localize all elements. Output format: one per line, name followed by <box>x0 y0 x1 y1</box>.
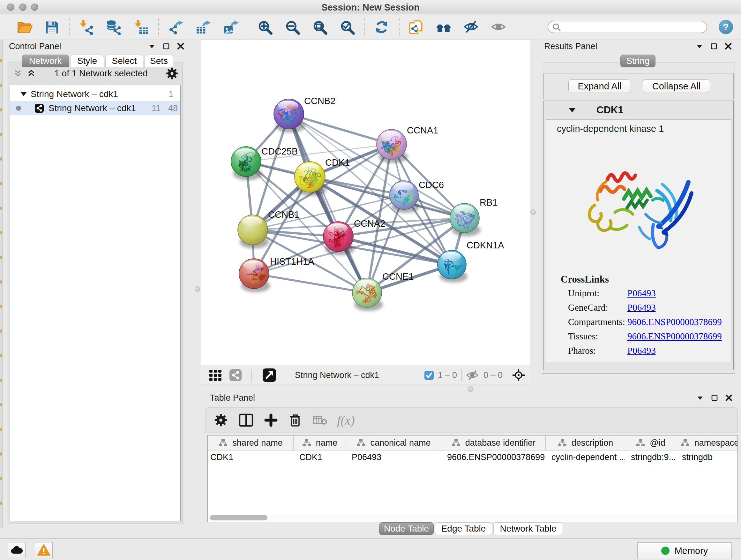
tab-select[interactable]: Select <box>105 55 143 67</box>
network-collection-row[interactable]: String Network – cdk1 1 <box>10 87 180 101</box>
column-header-id[interactable]: @id <box>625 435 676 450</box>
edge-CCNB2-CCNA1[interactable] <box>289 114 392 144</box>
crosslink-link[interactable]: P06493 <box>627 346 656 356</box>
birds-eye-grid-icon[interactable] <box>209 368 222 382</box>
column-header-label: shared name <box>232 438 283 448</box>
network-row[interactable]: String Network – cdk1 11 48 <box>10 101 180 115</box>
column-header-label: database identifier <box>465 438 536 448</box>
tab-node-table[interactable]: Node Table <box>379 522 434 535</box>
panel-menu-icon[interactable] <box>696 44 703 49</box>
zoom-fit-button[interactable] <box>307 17 334 37</box>
zoom-out-button[interactable] <box>279 17 307 37</box>
export-image-button[interactable] <box>217 17 245 37</box>
column-header-name[interactable]: name <box>293 435 346 450</box>
right-splitter-handle[interactable] <box>530 209 536 215</box>
results-tab-string-label: String <box>626 56 650 66</box>
collection-expanded-triangle-icon[interactable] <box>20 91 27 97</box>
import-table-file-button[interactable] <box>128 17 155 37</box>
panel-close-icon[interactable] <box>177 43 185 50</box>
column-header-shared-name[interactable]: shared name <box>208 435 293 450</box>
export-table-button[interactable] <box>190 17 217 37</box>
show-columns-icon[interactable] <box>239 414 253 427</box>
panel-menu-icon[interactable] <box>696 395 704 400</box>
node-CDK1[interactable]: CDK1 <box>294 158 350 196</box>
panel-close-icon[interactable] <box>725 394 733 401</box>
crosslink-link[interactable]: P06493 <box>627 302 656 313</box>
node-CCNA1[interactable]: CCNA1 <box>377 125 438 163</box>
node-CCNE1[interactable]: CCNE1 <box>352 271 414 311</box>
panel-float-icon[interactable] <box>711 43 718 50</box>
node-CDKN1A[interactable]: CDKN1A <box>437 240 504 283</box>
cloud-services-button[interactable] <box>8 542 25 558</box>
share-network-gray-icon[interactable] <box>229 369 242 381</box>
panel-float-icon[interactable] <box>163 43 170 50</box>
selected-checkbox-icon[interactable] <box>424 370 434 380</box>
tab-sets[interactable]: Sets <box>145 55 173 67</box>
open-in-new-window-icon[interactable] <box>262 368 276 382</box>
table-settings-gear-icon[interactable] <box>214 414 227 427</box>
gear-icon[interactable] <box>166 67 178 79</box>
zoom-in-button[interactable] <box>252 17 279 37</box>
import-network-database-button[interactable] <box>100 17 128 37</box>
scrollbar-thumb[interactable] <box>210 515 267 520</box>
node-label-CCNE1: CCNE1 <box>382 271 414 282</box>
gene-section-header[interactable]: CDK1 <box>544 101 733 119</box>
open-folder-button[interactable] <box>11 17 38 37</box>
results-tab-string[interactable]: String <box>620 55 656 67</box>
crosslink-row: GeneCard:P06493 <box>568 302 728 313</box>
bottom-splitter-handle[interactable] <box>468 386 473 392</box>
expand-collapse-bar: Expand All Collapse All <box>543 73 734 99</box>
network-node-count: 11 <box>141 104 160 113</box>
memory-button[interactable]: Memory <box>637 543 732 559</box>
save-button[interactable] <box>38 17 66 37</box>
delete-column-trash-icon[interactable] <box>289 414 301 427</box>
help-button[interactable]: ? <box>719 20 733 34</box>
node-CCNB2[interactable]: CCNB2 <box>274 96 335 132</box>
panel-close-icon[interactable] <box>724 43 732 50</box>
panel-float-icon[interactable] <box>711 394 718 401</box>
tab-network[interactable]: Network <box>22 55 69 67</box>
collapse-all-chevron-icon[interactable] <box>13 69 23 78</box>
hide-panel-eye-button[interactable] <box>458 17 485 37</box>
network-selection-status: 1 of 1 Network selected <box>36 68 166 78</box>
search-input[interactable] <box>561 22 706 32</box>
import-network-file-button[interactable] <box>73 17 100 37</box>
add-column-plus-icon[interactable] <box>264 414 278 427</box>
tab-style[interactable]: Style <box>70 55 104 67</box>
expand-all-button[interactable]: Expand All <box>568 79 631 93</box>
crosslink-link[interactable]: 9606.ENSP00000378699 <box>627 331 722 341</box>
node-RB1[interactable]: RB1 <box>450 197 497 236</box>
crosslink-link[interactable]: P06493 <box>627 288 656 299</box>
show-eye-button[interactable] <box>485 17 513 37</box>
node-CDC25B[interactable]: CDC25B <box>231 146 298 180</box>
panel-menu-icon[interactable] <box>148 44 156 49</box>
layout-refresh-button[interactable] <box>368 17 396 37</box>
gene-name: CDK1 <box>596 105 623 116</box>
column-header-namespace[interactable]: namespace <box>676 435 738 450</box>
column-hierarchy-icon <box>356 439 366 447</box>
table-horizontal-scrollbar[interactable] <box>209 515 736 521</box>
toolbar-separator <box>248 18 248 37</box>
tab-label: Network <box>29 56 62 66</box>
warnings-button[interactable] <box>35 542 53 558</box>
gene-expanded-triangle-icon[interactable] <box>568 107 576 113</box>
expand-all-chevron-icon[interactable] <box>26 69 36 78</box>
crosslink-link[interactable]: 9606.ENSP00000378699 <box>627 317 722 327</box>
results-panel-window-icons <box>696 43 732 50</box>
network-canvas[interactable]: CCNB2CCNA1CDC25BCDK1CDC6RB1CCNB1CCNA2CDK… <box>201 40 530 366</box>
export-network-button[interactable] <box>162 17 190 37</box>
column-header-database-identifier[interactable]: database identifier <box>441 435 546 450</box>
left-splitter-handle[interactable] <box>195 287 200 292</box>
tab-network-table[interactable]: Network Table <box>493 522 563 535</box>
zoom-selected-button[interactable] <box>334 17 361 37</box>
collapse-all-button[interactable]: Collapse All <box>643 79 710 93</box>
column-header-canonical-name[interactable]: canonical name <box>346 435 441 450</box>
tab-edge-table[interactable]: Edge Table <box>435 522 492 535</box>
window-title: Session: New Session <box>0 2 741 13</box>
table-row[interactable]: CDK1CDK1P064939606.ENSP00000378699cyclin… <box>208 450 738 464</box>
fit-selected-crosshair-icon[interactable] <box>513 369 525 381</box>
node-HIST1H1A[interactable]: HIST1H1A <box>239 256 314 292</box>
string-home-button[interactable] <box>430 17 458 37</box>
column-header-description[interactable]: description <box>546 435 625 450</box>
clone-network-button[interactable] <box>403 17 430 37</box>
